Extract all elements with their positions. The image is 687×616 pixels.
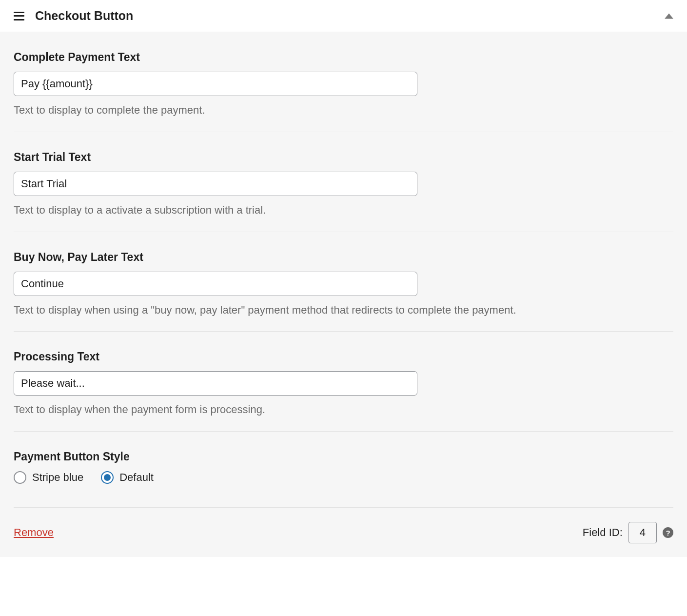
radio-icon [14,471,26,484]
panel-header: Checkout Button [0,0,687,32]
radio-default[interactable]: Default [101,471,154,484]
processing-section: Processing Text Text to display when the… [14,332,673,432]
footer-right: Field ID: 4 ? [583,522,673,543]
button-style-radios: Stripe blue Default [14,471,673,489]
start-trial-help: Text to display to a activate a subscrip… [14,203,673,218]
radio-icon [101,471,114,484]
processing-help: Text to display when the payment form is… [14,402,673,417]
start-trial-input[interactable] [14,172,417,196]
bnpl-label: Buy Now, Pay Later Text [14,251,673,264]
button-style-label: Payment Button Style [14,450,673,463]
processing-label: Processing Text [14,350,673,363]
bnpl-section: Buy Now, Pay Later Text Text to display … [14,232,673,332]
start-trial-label: Start Trial Text [14,151,673,164]
collapse-up-icon[interactable] [665,13,673,19]
complete-payment-help: Text to display to complete the payment. [14,103,673,118]
complete-payment-input[interactable] [14,72,417,96]
field-id-value: 4 [628,522,657,543]
panel-title: Checkout Button [35,9,133,23]
radio-default-label: Default [119,471,154,484]
remove-button[interactable]: Remove [14,526,54,539]
radio-stripe-label: Stripe blue [32,471,83,484]
bnpl-help: Text to display when using a "buy now, p… [14,303,673,318]
drag-handle-icon[interactable] [14,12,24,20]
panel-body: Complete Payment Text Text to display to… [0,32,687,557]
footer-row: Remove Field ID: 4 ? [14,508,673,557]
field-id-label: Field ID: [583,526,623,539]
button-style-section: Payment Button Style Stripe blue Default [14,432,673,508]
radio-stripe-blue[interactable]: Stripe blue [14,471,83,484]
complete-payment-label: Complete Payment Text [14,51,673,64]
help-icon[interactable]: ? [663,527,673,538]
start-trial-section: Start Trial Text Text to display to a ac… [14,132,673,232]
complete-payment-section: Complete Payment Text Text to display to… [14,32,673,132]
bnpl-input[interactable] [14,272,417,296]
processing-input[interactable] [14,371,417,396]
